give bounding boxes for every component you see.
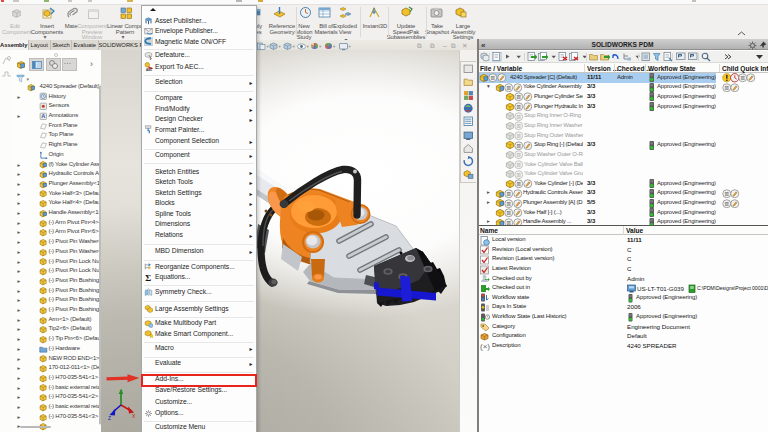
- svg-text:Z: Z: [108, 415, 111, 421]
- svg-text:X: X: [132, 413, 136, 419]
- svg-text:(×): (×): [480, 342, 490, 351]
- svg-text:Σ: Σ: [145, 273, 151, 282]
- svg-text:AEC: AEC: [146, 68, 153, 71]
- svg-text:A: A: [41, 113, 45, 119]
